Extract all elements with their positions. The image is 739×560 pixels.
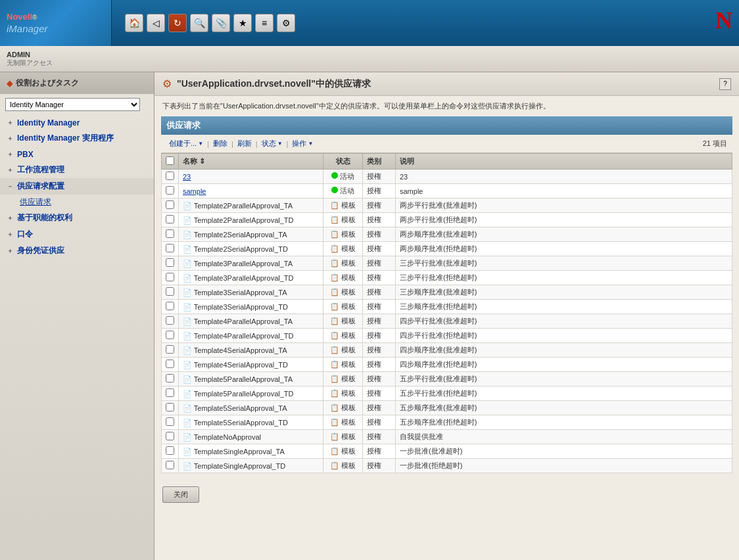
row-status: 📋 模板 [323,300,363,314]
close-button[interactable]: 关闭 [162,486,199,503]
row-checkbox[interactable] [166,215,174,223]
table-row: 📄 TemplateSingleApproval_TD📋 模板授権一步批准(拒绝… [162,459,732,473]
row-checkbox[interactable] [166,331,174,339]
search-button[interactable]: 🔍 [190,14,208,32]
row-status: 📋 模板 [323,430,363,444]
row-checkbox[interactable] [166,461,174,469]
sidebar-item-role-rights[interactable]: ＋ 基于职能的权利 [0,210,154,226]
row-description: 两步顺序批准(批准超时) [396,227,732,242]
toolbar-area: 🏠 ◁ ↻ 🔍 📎 ★ ≡ ⚙ [112,14,739,32]
row-checkbox[interactable] [166,360,174,368]
sidebar-item-password[interactable]: ＋ 口令 [0,226,154,243]
row-checkbox[interactable] [166,186,174,195]
back-button[interactable]: ◁ [147,14,165,32]
document-icon: 📄 [183,317,192,326]
help-button[interactable]: ? [719,78,731,90]
row-name[interactable]: 23 [179,170,323,184]
create-dropdown[interactable]: 创建于... ▼ [166,137,206,150]
status-template-icon: 📋 [330,273,339,281]
table-row: 📄 Template3ParallelApproval_TA📋 模板授権三步平行… [162,256,732,271]
sidebar-item-identity-manager[interactable]: ＋ Identity Manager [0,115,154,130]
row-status: 📋 模板 [323,213,363,227]
document-icon: 📄 [183,360,192,369]
refresh-link[interactable]: 刷新 [235,137,254,150]
bookmark-button[interactable]: 📎 [212,14,230,32]
row-description: 23 [396,170,732,184]
row-description: 两步顺序批准(拒绝超时) [396,242,732,256]
row-checkbox[interactable] [166,229,174,238]
refresh-button[interactable]: ↻ [168,14,187,32]
star-button[interactable]: ★ [233,14,252,32]
page-title: "UserApplication.drvset.novell"中的供应请求 [177,78,371,90]
row-checkbox-cell [162,170,179,184]
row-name: 📄 Template2ParallelApproval_TA [179,198,323,213]
document-icon: 📄 [183,302,192,312]
delete-button[interactable]: 删除 [210,137,230,150]
row-checkbox[interactable] [166,432,174,440]
settings-button[interactable]: ⚙ [277,14,295,32]
row-checkbox[interactable] [166,172,174,180]
document-icon: 📄 [183,432,192,442]
action-dropdown[interactable]: 操作 ▼ [289,137,316,150]
document-icon: 📄 [183,331,192,340]
expand-icon: ＋ [7,165,14,175]
sidebar-dropdown[interactable]: Identity Manager [5,98,140,111]
status-template-icon: 📋 [330,216,339,223]
header-type: 类别 [363,154,396,170]
home-button[interactable]: 🏠 [125,14,143,32]
row-checkbox[interactable] [166,388,174,397]
sidebar-item-identity-verify[interactable]: ＋ 身份凭证供应 [0,243,154,259]
row-checkbox[interactable] [166,273,174,281]
status-dropdown[interactable]: 状态 ▼ [259,137,285,150]
header-name[interactable]: 名称 ⇕ [179,154,323,170]
novell-logo-letter: N [715,7,732,34]
row-checkbox[interactable] [166,287,174,296]
row-name[interactable]: sample [179,184,323,198]
row-checkbox[interactable] [166,302,174,310]
row-description: 五步平行批准(批准超时) [396,372,732,386]
status-template-icon: 📋 [330,461,339,469]
sidebar: ◆ 役割およびタスク Identity Manager ＋ Identity M… [0,72,155,560]
sidebar-item-workflow[interactable]: ＋ 工作流程管理 [0,162,154,178]
header-description: 说明 [396,154,732,170]
select-all-checkbox[interactable] [166,156,174,165]
row-type: 授権 [363,343,396,358]
row-description: 一步批准(拒绝超时) [396,459,732,473]
expand-icon: ＋ [7,213,14,223]
row-checkbox-cell [162,213,179,227]
row-checkbox-cell [162,198,179,213]
sidebar-item-provision-config[interactable]: － 供应请求配置 [0,178,154,195]
row-description: 两步平行批准(拒绝超时) [396,213,732,227]
row-checkbox[interactable] [166,403,174,411]
row-type: 授権 [363,386,396,401]
row-checkbox[interactable] [166,244,174,252]
row-name-link[interactable]: 23 [183,173,191,181]
sidebar-item-label: 基于职能的权利 [17,212,72,223]
sidebar-item-label: 口令 [17,229,33,240]
status-template-icon: 📋 [330,288,339,296]
table-row: 📄 Template2ParallelApproval_TA📋 模板授権两步平行… [162,198,732,213]
row-checkbox[interactable] [166,258,174,267]
provision-requests-link[interactable]: 供应请求 [20,197,51,206]
list-button[interactable]: ≡ [255,14,274,32]
sidebar-item-pbx[interactable]: ＋ PBX [0,147,154,162]
sidebar-sub-item-provision-requests[interactable]: 供应请求 [0,195,154,210]
expand-icon: ＋ [7,149,14,159]
row-status: 📋 模板 [323,415,363,430]
row-status: 📋 模板 [323,271,363,285]
row-checkbox[interactable] [166,374,174,383]
row-checkbox[interactable] [166,200,174,209]
row-checkbox[interactable] [166,446,174,455]
expand-icon: ＋ [7,133,14,143]
table-body: 23 活动授権23sample 活动授権sample📄 Template2Par… [162,170,732,473]
row-name-link[interactable]: sample [183,187,206,195]
row-checkbox[interactable] [166,345,174,354]
row-status: 📋 模板 [323,444,363,459]
row-checkbox[interactable] [166,417,174,426]
document-icon: 📄 [183,245,192,254]
row-checkbox[interactable] [166,316,174,325]
row-name: 📄 Template5ParallelApproval_TD [179,386,323,401]
sidebar-item-identity-manager-app[interactable]: ＋ Identity Manager 実用程序 [0,130,154,147]
sidebar-item-label: Identity Manager 実用程序 [17,133,114,144]
row-description: 四步顺序批准(拒绝超时) [396,358,732,372]
